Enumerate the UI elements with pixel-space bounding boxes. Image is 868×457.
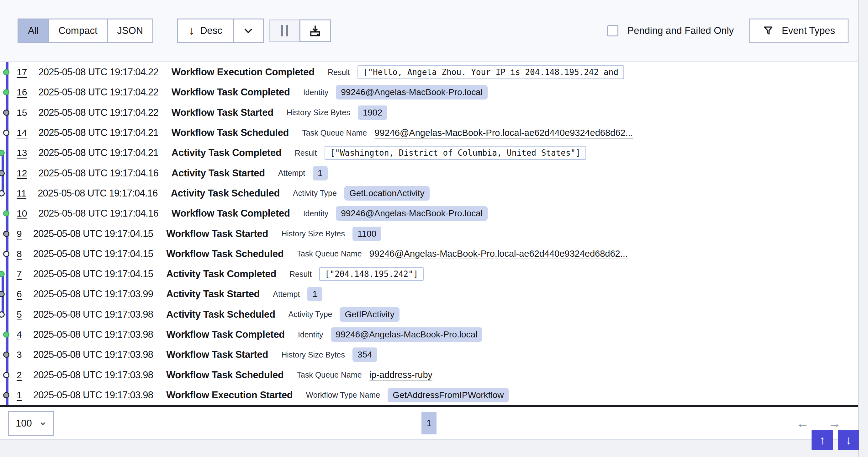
event-name: Workflow Task Started [172, 107, 274, 118]
event-name: Workflow Task Completed [166, 329, 285, 340]
event-row[interactable]: 5 2025-05-08 UTC 19:17:03.98 Activity Ta… [10, 305, 858, 324]
view-mode-json[interactable]: JSON [108, 20, 153, 42]
previous-page-button[interactable]: ← [796, 417, 809, 430]
event-status-dot [3, 89, 9, 95]
event-timestamp: 2025-05-08 UTC 19:17:04.16 [38, 208, 158, 219]
event-detail-value: GetLocationActivity [344, 186, 430, 201]
event-id-link[interactable]: 11 [17, 188, 26, 199]
event-detail-value: 99246@Angelas-MacBook-Pro.local [331, 327, 483, 342]
event-status-dot [3, 130, 9, 136]
event-id-link[interactable]: 16 [17, 87, 27, 97]
event-detail-label: Activity Type [293, 189, 337, 198]
sort-expand-button[interactable] [233, 20, 263, 42]
next-page-button[interactable]: → [828, 417, 841, 430]
event-timestamp: 2025-05-08 UTC 19:17:03.98 [33, 329, 153, 340]
event-status-dot [0, 170, 5, 176]
event-row[interactable]: 6 2025-05-08 UTC 19:17:03.99 Activity Ta… [10, 284, 858, 304]
event-name: Workflow Execution Completed [172, 66, 314, 78]
event-detail-value[interactable]: ip-address-ruby [369, 370, 432, 380]
event-id-link[interactable]: 5 [17, 309, 22, 320]
scroll-to-top-button[interactable]: ↑ [811, 430, 833, 450]
page-number-button[interactable]: 1 [422, 412, 436, 434]
event-status-dot [3, 332, 9, 338]
event-detail-label: Result [328, 68, 350, 77]
event-name: Workflow Execution Started [166, 390, 292, 401]
event-history-toolbar: All Compact JSON ↓ Desc [0, 0, 858, 61]
event-id-link[interactable]: 14 [17, 127, 27, 138]
event-row[interactable]: 8 2025-05-08 UTC 19:17:04.15 Workflow Ta… [10, 244, 858, 264]
event-detail-label: Task Queue Name [297, 370, 362, 379]
event-row[interactable]: 10 2025-05-08 UTC 19:17:04.16 Workflow T… [10, 203, 858, 224]
event-status-dot [0, 271, 5, 277]
scroll-to-bottom-button[interactable]: ↓ [838, 430, 859, 450]
event-detail-label: Identity [303, 88, 329, 97]
event-id-link[interactable]: 17 [17, 67, 27, 78]
event-detail-label: Task Queue Name [302, 128, 367, 138]
event-id-link[interactable]: 7 [17, 269, 22, 279]
chevron-down-icon [242, 25, 254, 37]
event-history-view: All Compact JSON ↓ Desc [0, 0, 859, 457]
event-detail-value: GetAddressFromIPWorkflow [388, 388, 508, 402]
event-id-link[interactable]: 6 [17, 289, 22, 299]
event-id-link[interactable]: 15 [17, 107, 27, 118]
history-actions-group [269, 20, 331, 42]
event-row[interactable]: 1 2025-05-08 UTC 19:17:03.98 Workflow Ex… [10, 385, 858, 405]
event-id-link[interactable]: 9 [17, 229, 22, 239]
event-status-dot [0, 150, 5, 156]
event-id-link[interactable]: 4 [17, 329, 22, 340]
event-status-dot [3, 372, 9, 378]
event-name: Workflow Task Scheduled [166, 248, 283, 260]
event-timestamp: 2025-05-08 UTC 19:17:04.22 [38, 87, 158, 98]
event-detail-value[interactable]: 99246@Angelas-MacBook-Pro.local-ae62d440… [374, 128, 633, 138]
event-detail-label: Task Queue Name [297, 249, 362, 258]
event-row[interactable]: 12 2025-05-08 UTC 19:17:04.16 Activity T… [10, 163, 858, 183]
event-row[interactable]: 3 2025-05-08 UTC 19:17:03.98 Workflow Ta… [10, 345, 858, 365]
event-row[interactable]: 16 2025-05-08 UTC 19:17:04.22 Workflow T… [10, 82, 858, 102]
event-status-dot [0, 291, 5, 297]
event-row[interactable]: 14 2025-05-08 UTC 19:17:04.21 Workflow T… [10, 123, 858, 143]
event-id-link[interactable]: 13 [17, 147, 27, 158]
event-detail-value[interactable]: 99246@Angelas-MacBook-Pro.local-ae62d440… [369, 249, 628, 259]
event-id-link[interactable]: 8 [17, 249, 22, 259]
event-timestamp: 2025-05-08 UTC 19:17:04.15 [33, 228, 153, 239]
download-history-button[interactable] [300, 20, 331, 42]
event-status-dot [3, 210, 9, 217]
event-detail-value: 1100 [352, 227, 381, 241]
event-id-link[interactable]: 1 [17, 390, 22, 400]
sort-desc-button[interactable]: ↓ Desc [178, 20, 233, 42]
scroll-shortcut-buttons: ↑ ↓ [811, 430, 859, 450]
event-name: Activity Task Started [166, 288, 260, 300]
event-id-link[interactable]: 3 [17, 349, 22, 360]
event-detail-label: Identity [298, 330, 323, 339]
event-detail-label: Attempt [273, 290, 300, 299]
event-row[interactable]: 15 2025-05-08 UTC 19:17:04.22 Workflow T… [10, 103, 858, 123]
event-row[interactable]: 17 2025-05-08 UTC 19:17:04.22 Workflow E… [10, 62, 858, 82]
event-detail-label: Activity Type [288, 310, 332, 319]
event-status-dot [3, 69, 9, 75]
arrow-down-icon: ↓ [846, 433, 852, 447]
event-id-link[interactable]: 12 [17, 168, 27, 179]
event-row[interactable]: 4 2025-05-08 UTC 19:17:03.98 Workflow Ta… [10, 324, 858, 345]
toolbar-left-group: All Compact JSON ↓ Desc [18, 19, 331, 43]
event-detail-label: History Size Bytes [281, 350, 345, 360]
pending-failed-only-checkbox[interactable] [607, 25, 618, 36]
event-types-filter-button[interactable]: Event Types [749, 19, 848, 43]
event-id-link[interactable]: 10 [17, 208, 27, 219]
event-row[interactable]: 11 2025-05-08 UTC 19:17:04.16 Activity T… [10, 183, 858, 203]
event-row[interactable]: 2 2025-05-08 UTC 19:17:03.98 Workflow Ta… [10, 365, 858, 385]
event-name: Workflow Task Started [166, 349, 268, 360]
page-size-select[interactable]: 100 [8, 411, 54, 436]
pause-updates-button[interactable] [269, 20, 300, 42]
event-name: Activity Task Scheduled [171, 188, 280, 199]
event-row[interactable]: 9 2025-05-08 UTC 19:17:04.15 Workflow Ta… [10, 224, 858, 244]
view-mode-compact[interactable]: Compact [49, 20, 107, 42]
page-size-value: 100 [16, 418, 32, 429]
view-mode-switcher: All Compact JSON [18, 19, 153, 43]
event-row[interactable]: 13 2025-05-08 UTC 19:17:04.21 Activity T… [10, 143, 858, 163]
event-id-link[interactable]: 2 [17, 370, 22, 380]
view-mode-all[interactable]: All [19, 20, 49, 42]
event-row[interactable]: 7 2025-05-08 UTC 19:17:04.15 Activity Ta… [10, 264, 858, 284]
event-timestamp: 2025-05-08 UTC 19:17:04.21 [38, 147, 158, 159]
sort-order-control: ↓ Desc [177, 19, 264, 43]
event-timestamp: 2025-05-08 UTC 19:17:03.98 [33, 390, 153, 401]
